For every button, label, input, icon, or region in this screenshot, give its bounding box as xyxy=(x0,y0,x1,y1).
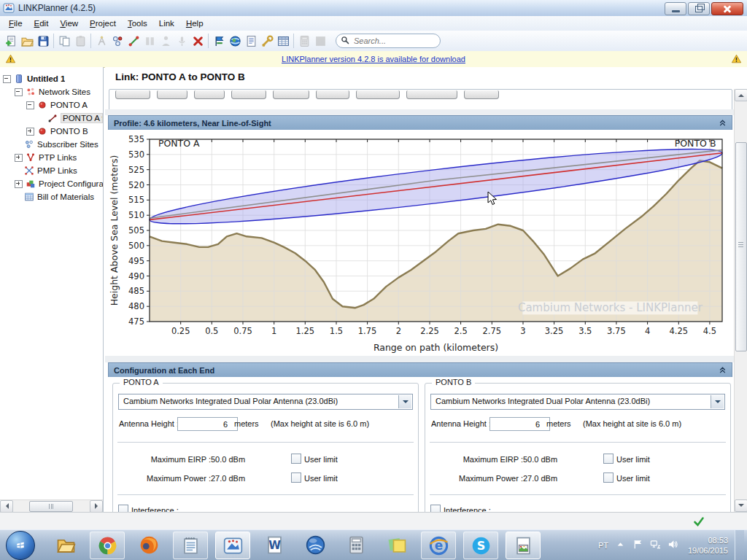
svg-text:4.25: 4.25 xyxy=(669,326,688,336)
menu-help[interactable]: Help xyxy=(180,17,209,31)
sidebar-item-network-sites[interactable]: Network Sites xyxy=(0,85,103,98)
sidebar-item-untitled-1[interactable]: Untitled 1 xyxy=(0,72,103,85)
sidebar-item-ponto-b[interactable]: PONTO B xyxy=(0,125,103,138)
close-button[interactable] xyxy=(711,2,743,15)
profile-section-header[interactable]: Profile: 4.6 kilometers, Near Line-of-Si… xyxy=(108,115,732,131)
flag-report-button[interactable] xyxy=(211,33,227,49)
sidebar-item-pmp-links[interactable]: PMP Links xyxy=(0,164,103,177)
scroll-up-button[interactable] xyxy=(735,89,747,101)
taskbar-winbox[interactable] xyxy=(298,532,332,558)
search-input[interactable] xyxy=(352,36,436,46)
taskbar-word[interactable]: W xyxy=(258,532,291,558)
taskbar-chrome[interactable] xyxy=(90,532,125,559)
link-toolbar-button[interactable] xyxy=(115,90,150,99)
settings-button[interactable] xyxy=(259,33,275,49)
tree-expander-minus[interactable] xyxy=(15,88,23,96)
report-button[interactable] xyxy=(243,33,259,49)
table-button[interactable] xyxy=(275,33,291,49)
antenna-height-input[interactable] xyxy=(489,417,550,431)
tree-expander-plus[interactable] xyxy=(26,128,34,136)
link-toolbar-button[interactable] xyxy=(316,90,349,99)
chevron-down-icon[interactable] xyxy=(711,395,724,408)
link-toolbar-button[interactable] xyxy=(157,90,187,99)
menu-file[interactable]: File xyxy=(3,17,28,31)
menu-edit[interactable]: Edit xyxy=(28,17,55,31)
scrollbar-thumb[interactable] xyxy=(735,142,747,351)
show-hidden-icons-button[interactable] xyxy=(615,539,626,553)
update-download-link[interactable]: LINKPlanner version 4.2.8 is available f… xyxy=(282,55,465,63)
scroll-right-button[interactable] xyxy=(90,500,103,513)
scrollbar-thumb[interactable] xyxy=(29,501,73,512)
sidebar-item-subscriber-sites[interactable]: Subscriber Sites xyxy=(0,138,103,151)
clock[interactable]: 08:53 19/06/2015 xyxy=(688,535,728,556)
delete-button[interactable] xyxy=(190,33,206,49)
show-desktop-button[interactable] xyxy=(735,530,744,560)
link-toolbar-button[interactable] xyxy=(231,90,266,99)
taskbar-firefox[interactable] xyxy=(132,532,166,558)
chevron-down-icon[interactable] xyxy=(398,395,411,408)
new-network-site-button[interactable] xyxy=(109,33,125,49)
scroll-left-button[interactable] xyxy=(0,500,13,513)
taskbar-linkplanner[interactable] xyxy=(215,532,250,559)
antenna-height-input[interactable] xyxy=(177,417,238,431)
antenna-select[interactable]: Cambium Networks Integrated Dual Polar A… xyxy=(430,394,725,410)
taskbar-explorer[interactable] xyxy=(49,532,82,558)
google-earth-button[interactable] xyxy=(227,33,243,49)
path-profile-chart[interactable]: 0.250.50.7511.251.51.7522.252.52.7533.25… xyxy=(108,130,732,356)
collapse-chevron-icon[interactable] xyxy=(718,118,732,129)
scroll-down-button[interactable] xyxy=(735,499,747,512)
copy-button[interactable] xyxy=(56,33,72,49)
interference-checkbox[interactable] xyxy=(430,505,441,512)
open-project-button[interactable] xyxy=(19,33,35,49)
menu-link[interactable]: Link xyxy=(153,17,180,31)
interference-checkbox[interactable] xyxy=(118,505,128,512)
config-section-header[interactable]: Configuration at Each End xyxy=(108,362,732,378)
menu-view[interactable]: View xyxy=(54,17,84,31)
antenna-select[interactable]: Cambium Networks Integrated Dual Polar A… xyxy=(118,394,413,410)
volume-icon[interactable] xyxy=(667,539,678,553)
title-bar[interactable]: LINKPlanner (4.2.5) xyxy=(0,0,747,17)
link-toolbar-button[interactable] xyxy=(406,90,457,99)
action-center-flag-icon[interactable] xyxy=(632,539,643,553)
taskbar-image-viewer[interactable] xyxy=(506,532,541,559)
restore-button[interactable] xyxy=(688,2,710,15)
start-button[interactable] xyxy=(6,531,35,560)
sidebar-item-ponto-a[interactable]: PONTO A xyxy=(0,98,103,112)
save-project-button[interactable] xyxy=(35,33,51,49)
link-toolbar-button[interactable] xyxy=(464,90,499,99)
link-toolbar-button[interactable] xyxy=(273,90,309,99)
power-user-limit-checkbox[interactable] xyxy=(603,472,614,483)
network-icon[interactable] xyxy=(650,539,661,553)
tree-expander-plus[interactable] xyxy=(15,180,23,188)
link-toolbar-button[interactable] xyxy=(356,90,400,99)
sidebar-item-ponto-a-to-ponto-b[interactable]: PONTO A to PONTO B xyxy=(0,112,103,125)
eirp-user-limit-checkbox[interactable] xyxy=(603,454,614,464)
project-tree-panel: Untitled 1Network SitesPONTO APONTO A to… xyxy=(0,67,104,512)
new-ptp-link-button[interactable] xyxy=(125,33,142,49)
taskbar-skype[interactable]: S xyxy=(463,532,498,559)
tree-expander-minus[interactable] xyxy=(26,101,34,109)
collapse-chevron-icon[interactable] xyxy=(718,365,732,376)
language-indicator[interactable]: PT xyxy=(598,541,608,550)
power-user-limit-label: User limit xyxy=(616,474,650,483)
power-user-limit-checkbox[interactable] xyxy=(291,472,301,483)
minimize-button[interactable] xyxy=(665,2,686,15)
vertical-scrollbar[interactable] xyxy=(734,89,747,512)
menu-tools[interactable]: Tools xyxy=(122,17,153,31)
sidebar-item-bill-of-materials[interactable]: Bill of Materials xyxy=(0,190,103,203)
search-box[interactable] xyxy=(336,34,441,48)
sidebar-item-ptp-links[interactable]: PTP Links xyxy=(0,151,103,164)
taskbar-calculator[interactable] xyxy=(339,532,373,558)
menu-project[interactable]: Project xyxy=(84,17,122,31)
taskbar-internet-explorer[interactable]: e xyxy=(421,532,456,559)
taskbar-notepad[interactable] xyxy=(173,532,208,559)
new-project-button[interactable] xyxy=(3,33,19,49)
taskbar-sticky-notes[interactable] xyxy=(380,532,414,558)
tree-horizontal-scrollbar[interactable] xyxy=(0,499,103,512)
duplicate-button xyxy=(142,33,158,49)
tree-expander-minus[interactable] xyxy=(3,75,11,83)
sidebar-item-project-configuration[interactable]: Project Configuration xyxy=(0,177,103,190)
link-toolbar-button[interactable] xyxy=(194,90,225,99)
tree-expander-plus[interactable] xyxy=(15,154,23,162)
eirp-user-limit-checkbox[interactable] xyxy=(291,454,301,464)
